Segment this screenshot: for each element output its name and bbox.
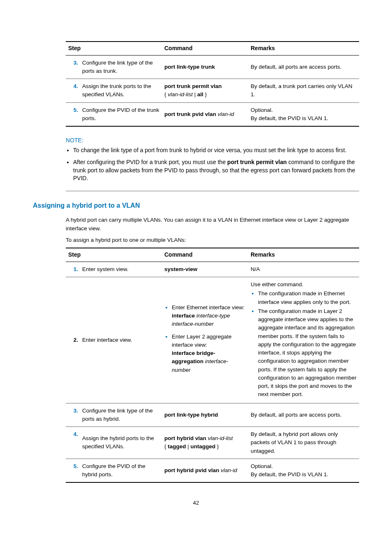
step-description: Assign the trunk ports to the specified …	[80, 79, 162, 103]
page-number: 42	[33, 499, 359, 507]
command-text: port trunk pvid vlan	[164, 111, 218, 117]
step-description: Configure the PVID of the trunk ports.	[80, 102, 162, 126]
step-description: Assign the hybrid ports to the specified…	[80, 427, 162, 459]
remarks-cell: By default, all ports are access ports.	[248, 55, 359, 79]
command-intro: Enter Layer 2 aggregate interface view:	[172, 334, 232, 348]
step-description: Configure the link type of the ports as …	[80, 403, 162, 427]
brace-close: }	[215, 443, 219, 450]
table-row: 3. Configure the link type of the ports …	[66, 403, 359, 427]
table-row: 5. Configure the PVID of the hybrid port…	[66, 459, 359, 482]
command-cell: port hybrid vlan vlan-id-list { tagged |…	[162, 427, 248, 459]
brace-close: }	[203, 91, 207, 97]
command-cell: port trunk pvid vlan vlan-id	[162, 102, 248, 126]
remarks-cell: Optional. By default, the PVID is VLAN 1…	[248, 459, 359, 482]
table-2-header-row: Step Command Remarks	[66, 248, 359, 262]
step-number: 4.	[66, 427, 80, 459]
th-remarks: Remarks	[248, 248, 359, 262]
step-number: 1.	[66, 262, 80, 277]
step-description: Configure the link type of the ports as …	[80, 55, 162, 79]
remarks-cell: By default, a trunk port carries only VL…	[248, 79, 359, 103]
remarks-cell: Optional. By default, the PVID is VLAN 1…	[248, 102, 359, 126]
table-2: Step Command Remarks 1. Enter system vie…	[66, 248, 359, 483]
command-text: port hybrid vlan	[164, 435, 208, 441]
command-text: port trunk permit vlan	[164, 83, 222, 89]
command-list-item: Enter Layer 2 aggregate interface view: …	[172, 333, 246, 374]
command-untagged: untagged	[191, 443, 216, 450]
remarks-bullet: The configuration made in Layer 2 aggreg…	[258, 307, 357, 399]
step-number: 2.	[66, 277, 80, 403]
command-all: all	[197, 91, 203, 97]
table-row: 3. Configure the link type of the ports …	[66, 55, 359, 79]
remarks-cell: Use either command. The configuration ma…	[248, 277, 359, 403]
command-cell: Enter Ethernet interface view: interface…	[162, 277, 248, 403]
note-title: NOTE:	[66, 137, 359, 145]
table-row: 5. Configure the PVID of the trunk ports…	[66, 102, 359, 126]
command-intro: Enter Ethernet interface view:	[172, 304, 244, 311]
note-item: To change the link type of a port from t…	[73, 146, 359, 155]
remarks-cell: By default, a hybrid port allows only pa…	[248, 427, 359, 459]
step-number: 3.	[66, 403, 80, 427]
command-cell: system-view	[162, 262, 248, 277]
step-number: 3.	[66, 55, 80, 79]
note-box: NOTE: To change the link type of a port …	[66, 134, 359, 191]
command-arg: vlan-id-list	[168, 91, 193, 97]
note-text-pre: After configuring the PVID for a trunk p…	[73, 159, 227, 165]
table-row: 1. Enter system view. system-view N/A	[66, 262, 359, 277]
table-1: Step Command Remarks 3. Configure the li…	[66, 41, 359, 127]
command-cell: port link-type hybrid	[162, 403, 248, 427]
sep: |	[186, 443, 191, 450]
note-list: To change the link type of a port from t…	[66, 146, 359, 183]
command-list-item: Enter Ethernet interface view: interface…	[172, 304, 246, 329]
paragraph: A hybrid port can carry multiple VLANs. …	[66, 216, 359, 233]
command-cell: port trunk permit vlan { vlan-id-list | …	[162, 79, 248, 103]
section-heading: Assigning a hybrid port to a VLAN	[33, 201, 359, 210]
command-text: port link-type hybrid	[164, 412, 218, 418]
sep: |	[193, 91, 197, 97]
step-number: 5.	[66, 102, 80, 126]
step-description: Configure the PVID of the hybrid ports.	[80, 459, 162, 482]
command-text: port hybrid pvid vlan	[164, 467, 221, 473]
remarks-intro: Use either command.	[251, 280, 357, 289]
remarks-line1: Optional.	[251, 107, 273, 113]
command-arg: vlan-id-list	[208, 435, 233, 441]
th-remarks: Remarks	[248, 42, 359, 55]
paragraph: To assign a hybrid port to one or multip…	[66, 236, 359, 244]
th-command: Command	[162, 42, 248, 55]
step-description: Enter interface view.	[80, 277, 162, 403]
command-arg: vlan-id	[218, 111, 234, 117]
table-1-header-row: Step Command Remarks	[66, 42, 359, 55]
command-arg: vlan-id	[221, 467, 237, 473]
th-command: Command	[162, 248, 248, 262]
th-step: Step	[66, 248, 162, 262]
remarks-cell: By default, all ports are access ports.	[248, 403, 359, 427]
note-text-bold: port trunk permit vlan	[227, 159, 287, 165]
remarks-line1: Optional.	[251, 463, 273, 469]
command-cell: port hybrid pvid vlan vlan-id	[162, 459, 248, 482]
th-step: Step	[66, 42, 162, 55]
step-number: 4.	[66, 79, 80, 103]
command-text: port link-type trunk	[164, 64, 215, 70]
command-cell: port link-type trunk	[162, 55, 248, 79]
command-text: system-view	[164, 266, 197, 272]
step-number: 5.	[66, 459, 80, 482]
step-description: Enter system view.	[80, 262, 162, 277]
note-item: After configuring the PVID for a trunk p…	[73, 158, 359, 183]
remarks-line2: By default, the PVID is VLAN 1.	[251, 471, 328, 477]
remarks-line2: By default, the PVID is VLAN 1.	[251, 115, 328, 121]
table-row: 4. Assign the hybrid ports to the specif…	[66, 427, 359, 459]
table-row: 2. Enter interface view. Enter Ethernet …	[66, 277, 359, 403]
remarks-cell: N/A	[248, 262, 359, 277]
table-row: 4. Assign the trunk ports to the specifi…	[66, 79, 359, 103]
command-tagged: tagged	[168, 443, 186, 450]
command-text: interface	[172, 313, 195, 319]
remarks-bullet: The configuration made in Ethernet inter…	[258, 290, 357, 306]
page-content: Step Command Remarks 3. Configure the li…	[0, 0, 392, 524]
